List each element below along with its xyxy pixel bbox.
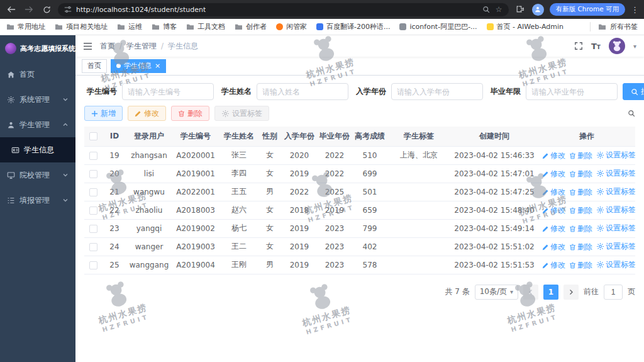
sidebar-item-3[interactable]: 学生信息 — [0, 137, 75, 162]
close-icon[interactable]: × — [155, 62, 160, 69]
delete-button[interactable]: 删除 — [171, 106, 209, 121]
sidebar-item-4[interactable]: 院校管理 — [0, 162, 75, 188]
sidebar-item-2[interactable]: 学生管理 — [0, 112, 75, 137]
bookmark-item[interactable]: 百度翻译-200种语... — [316, 22, 390, 31]
plus-icon — [91, 110, 98, 117]
row-checkbox[interactable] — [89, 225, 97, 233]
bookmark-item[interactable]: iconfont-阿里巴巴-... — [399, 22, 477, 31]
graduate-year-input[interactable] — [526, 83, 618, 100]
avatar-caret-down-icon[interactable]: ▾ — [633, 43, 636, 50]
chrome-update-button[interactable]: 有新版 Chrome 可用 — [550, 3, 625, 16]
user-avatar[interactable] — [609, 38, 625, 54]
student-code-input[interactable] — [122, 83, 214, 100]
row-tag-link[interactable]: 设置标签 — [596, 150, 635, 161]
row-delete-link[interactable]: 删除 — [569, 260, 592, 271]
gear-icon — [596, 188, 604, 196]
cell-id: 19 — [102, 146, 127, 164]
address-bar[interactable]: http://localhost:1024/student/student ☆ — [58, 3, 509, 16]
table-row: 22zhaoliuA2018003赵六女201820196592023-04-0… — [84, 201, 635, 219]
cell-graduate: 2023 — [317, 219, 352, 237]
search-lens-icon[interactable] — [482, 6, 490, 13]
sidebar-item-5[interactable]: 填报管理 — [0, 188, 75, 213]
add-button[interactable]: 新增 — [84, 106, 123, 121]
bookmark-item[interactable]: 创作者 — [235, 22, 267, 31]
fullscreen-icon[interactable] — [574, 42, 583, 50]
row-delete-link[interactable]: 删除 — [569, 205, 592, 216]
row-edit-link[interactable]: 修改 — [542, 205, 565, 216]
row-checkbox[interactable] — [89, 243, 97, 251]
row-checkbox[interactable] — [89, 261, 97, 269]
row-tag-link[interactable]: 设置标签 — [596, 223, 635, 234]
breadcrumb-student-mgmt[interactable]: 学生管理 — [126, 41, 157, 52]
breadcrumb-home[interactable]: 首页 — [100, 41, 115, 52]
breadcrumb: 首页 / 学生管理 / 学生信息 — [100, 41, 198, 52]
reload-button[interactable] — [40, 3, 53, 16]
monitor-icon — [7, 171, 15, 179]
cell-graduate: 2022 — [317, 146, 352, 164]
page-number[interactable]: 1 — [543, 285, 558, 300]
toggle-search-icon[interactable] — [628, 110, 635, 117]
row-delete-link[interactable]: 删除 — [569, 169, 592, 179]
row-edit-link[interactable]: 修改 — [542, 169, 565, 179]
bookmark-item[interactable]: 博客 — [152, 22, 177, 31]
font-size-icon[interactable]: TT — [591, 42, 601, 51]
sidebar-item-1[interactable]: 系统管理 — [0, 87, 75, 112]
enroll-year-input[interactable] — [391, 83, 483, 100]
row-tag-link[interactable]: 设置标签 — [596, 168, 635, 179]
tune-icon[interactable] — [64, 6, 72, 13]
caret-down-icon: ▾ — [510, 288, 513, 295]
edit-button[interactable]: 修改 — [128, 106, 166, 121]
favicon-yellow — [487, 23, 494, 30]
row-delete-link[interactable]: 删除 — [569, 150, 592, 161]
goto-page-input[interactable] — [604, 285, 623, 300]
bookmark-item[interactable]: 闲管家 — [276, 22, 307, 31]
row-checkbox[interactable] — [89, 188, 97, 196]
row-delete-link[interactable]: 删除 — [569, 187, 592, 198]
row-tag-link[interactable]: 设置标签 — [596, 205, 635, 215]
row-edit-link[interactable]: 修改 — [542, 223, 565, 234]
row-edit-link[interactable]: 修改 — [542, 187, 565, 198]
row-checkbox[interactable] — [89, 152, 97, 160]
tab-home[interactable]: 首页 — [82, 59, 107, 73]
student-name-input[interactable] — [257, 83, 348, 100]
url-text: http://localhost:1024/student/student — [76, 6, 206, 14]
cell-actions: 修改删除设置标签 — [538, 219, 635, 237]
bookmark-item[interactable]: 项目相关地址 — [55, 22, 108, 31]
bookmark-star-icon[interactable]: ☆ — [496, 5, 502, 14]
row-tag-link[interactable]: 设置标签 — [596, 186, 635, 197]
row-tag-link[interactable]: 设置标签 — [596, 259, 635, 270]
set-tag-button[interactable]: 设置标签 — [214, 106, 269, 121]
page-size-select[interactable]: 10条/页 ▾ — [475, 285, 518, 300]
table-row: 24wangerA2019003王二女201920234022023-04-02… — [84, 237, 635, 256]
bookmark-item[interactable]: 首页 - AIWeb-Admin — [487, 22, 564, 31]
bookmark-item[interactable]: 工具文档 — [186, 22, 225, 31]
all-bookmarks-button[interactable]: 所有书签 — [590, 22, 638, 31]
bookmark-item[interactable]: 运维 — [117, 22, 142, 31]
forward-button[interactable] — [23, 3, 35, 16]
header-enroll: 入学年份 — [282, 127, 317, 146]
tab-student-info[interactable]: 学生信息 × — [111, 59, 166, 73]
bookmark-item[interactable]: 常用地址 — [6, 22, 45, 31]
row-delete-link[interactable]: 删除 — [569, 223, 592, 234]
row-edit-link[interactable]: 修改 — [542, 260, 565, 271]
select-all-checkbox[interactable] — [89, 132, 97, 140]
chrome-profile-avatar[interactable] — [532, 4, 544, 16]
prev-page-button[interactable] — [523, 285, 538, 300]
row-edit-link[interactable]: 修改 — [542, 150, 565, 161]
row-checkbox[interactable] — [89, 206, 97, 215]
extensions-puzzle-icon[interactable] — [514, 3, 526, 16]
search-button[interactable]: 搜索 — [623, 83, 644, 100]
row-tag-link[interactable]: 设置标签 — [596, 241, 635, 252]
main-area: 首页 / 学生管理 / 学生信息 TT ▾ 首页 学生信息 × — [75, 35, 644, 362]
sidebar-item-0[interactable]: 首页 — [0, 62, 75, 87]
folder-icon — [235, 23, 243, 30]
row-edit-link[interactable]: 修改 — [542, 242, 565, 252]
trash-icon — [178, 110, 185, 117]
next-page-button[interactable] — [564, 285, 579, 300]
chrome-menu-icon[interactable]: ⋮ — [631, 5, 639, 14]
back-button[interactable] — [5, 3, 18, 16]
cell-tags — [387, 219, 450, 237]
row-delete-link[interactable]: 删除 — [569, 242, 592, 252]
hamburger-icon[interactable] — [83, 42, 92, 50]
row-checkbox[interactable] — [89, 170, 97, 178]
